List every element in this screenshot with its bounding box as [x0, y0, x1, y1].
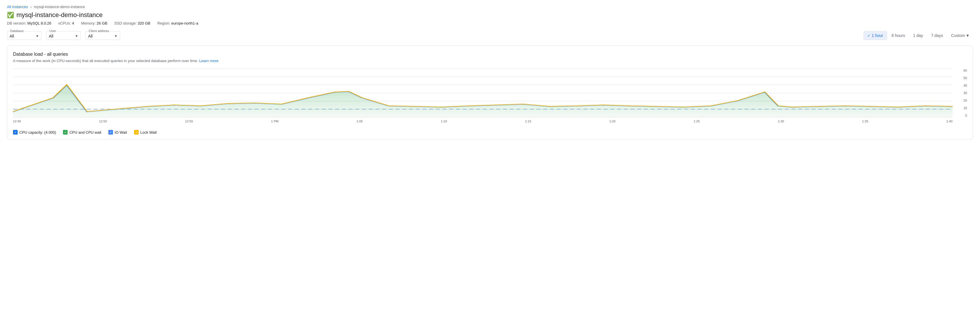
x-label-110: 1:10: [441, 119, 447, 123]
database-filter-label: Database: [10, 29, 24, 33]
client-address-filter[interactable]: Client address All ▼: [86, 31, 120, 40]
legend-io-wait[interactable]: ✓ IO Wait: [108, 130, 127, 135]
x-label-140: 1:40: [946, 119, 952, 123]
instance-header: ✅ mysql-instance-demo-instance: [7, 11, 973, 19]
client-address-select[interactable]: All ▼: [88, 33, 118, 38]
chart-svg-area: [13, 69, 953, 118]
x-label-135: 1:35: [862, 119, 868, 123]
y-label-10: 10: [964, 106, 967, 110]
ssd-storage: SSD storage: 320 GB: [114, 21, 150, 25]
time-btn-1day[interactable]: 1 day: [910, 32, 926, 40]
database-arrow-icon: ▼: [35, 34, 39, 38]
learn-more-link[interactable]: Learn more: [199, 59, 218, 63]
time-btn-6hours[interactable]: 6 hours: [888, 32, 908, 40]
legend-io-wait-check: ✓: [110, 131, 112, 134]
client-address-value: All: [88, 34, 93, 38]
x-label-1255: 12:55: [185, 119, 193, 123]
breadcrumb-parent[interactable]: All instances: [7, 5, 28, 9]
y-label-30: 30: [964, 91, 967, 95]
vcpus: vCPUs: 4: [58, 21, 74, 25]
user-value: All: [49, 34, 53, 38]
x-label-125: 1:25: [694, 119, 700, 123]
time-range-buttons: ✓ 1 hour 6 hours 1 day 7 days Custom ▼: [864, 31, 973, 40]
memory: Memory: 26 GB: [81, 21, 107, 25]
x-label-1245: 12:45: [13, 119, 21, 123]
time-btn-1hour[interactable]: ✓ 1 hour: [864, 31, 887, 40]
legend-cpu-wait-box: ✓: [63, 130, 68, 135]
instance-name: mysql-instance-demo-instance: [16, 11, 103, 19]
legend-io-wait-label: IO Wait: [115, 130, 127, 135]
database-select[interactable]: All ▼: [10, 33, 39, 38]
chart-description: A measure of the work (in CPU-seconds) t…: [13, 59, 967, 63]
legend-cpu-capacity[interactable]: ✓ CPU capacity: (4.000): [13, 130, 56, 135]
client-address-filter-label: Client address: [88, 29, 110, 33]
y-label-60: 60: [964, 69, 967, 72]
legend-lock-wait[interactable]: ✓ Lock Wait: [134, 130, 157, 135]
chart-title: Database load - all queries: [13, 52, 967, 57]
x-label-115: 1:15: [525, 119, 531, 123]
legend-cpu-capacity-label: CPU capacity: (4.000): [19, 130, 56, 135]
y-label-20: 20: [964, 99, 967, 102]
legend-lock-wait-check: ✓: [135, 131, 137, 134]
chart-svg: [13, 69, 953, 118]
chart-legend: ✓ CPU capacity: (4.000) ✓ CPU and CPU wa…: [13, 130, 967, 135]
instance-meta: DB version: MySQL 8.0.26 vCPUs: 4 Memory…: [7, 21, 973, 25]
region: Region: europe-north1-a: [157, 21, 198, 25]
check-icon: ✓: [867, 33, 870, 38]
custom-dropdown-icon: ▼: [966, 33, 970, 38]
user-select[interactable]: All ▼: [49, 33, 78, 38]
x-label-130: 1:30: [778, 119, 784, 123]
legend-cpu-wait-check: ✓: [64, 131, 67, 134]
x-label-105: 1:05: [356, 119, 363, 123]
y-label-40: 40: [964, 84, 967, 87]
breadcrumb-current: mysql-instance-demo-instance: [34, 5, 85, 9]
user-arrow-icon: ▼: [75, 34, 78, 38]
legend-io-wait-box: ✓: [108, 130, 113, 135]
chart-y-axis: 60 50 40 30 20 10 0: [953, 69, 967, 118]
legend-cpu-capacity-check: ✓: [14, 131, 16, 134]
filters-row: Database All ▼ User All ▼ Client address…: [7, 31, 973, 40]
chart-x-axis: 12:45 12:50 12:55 1 PM 1:05 1:10 1:15 1:…: [13, 119, 953, 127]
user-filter[interactable]: User All ▼: [46, 31, 81, 40]
client-address-arrow-icon: ▼: [114, 34, 118, 38]
status-icon: ✅: [7, 11, 14, 19]
x-label-1250: 12:50: [99, 119, 107, 123]
breadcrumb: All instances › mysql-instance-demo-inst…: [7, 5, 973, 9]
x-label-120: 1:20: [609, 119, 616, 123]
legend-lock-wait-label: Lock Wait: [140, 130, 157, 135]
database-filter[interactable]: Database All ▼: [7, 31, 41, 40]
legend-lock-wait-box: ✓: [134, 130, 139, 135]
chart-section: Database load - all queries A measure of…: [7, 46, 973, 140]
x-label-1pm: 1 PM: [271, 119, 278, 123]
legend-cpu-capacity-box: ✓: [13, 130, 18, 135]
time-btn-7days[interactable]: 7 days: [928, 32, 947, 40]
chart-container: 60 50 40 30 20 10 0: [13, 69, 967, 127]
legend-cpu-wait-label: CPU and CPU wait: [69, 130, 102, 135]
breadcrumb-separator: ›: [30, 5, 32, 9]
y-label-50: 50: [964, 76, 967, 80]
database-value: All: [10, 34, 14, 38]
db-version: DB version: MySQL 8.0.26: [7, 21, 51, 25]
legend-cpu-wait[interactable]: ✓ CPU and CPU wait: [63, 130, 102, 135]
time-btn-custom[interactable]: Custom ▼: [948, 32, 973, 40]
y-label-0: 0: [965, 114, 967, 117]
filters-left: Database All ▼ User All ▼ Client address…: [7, 31, 120, 40]
user-filter-label: User: [49, 29, 57, 33]
